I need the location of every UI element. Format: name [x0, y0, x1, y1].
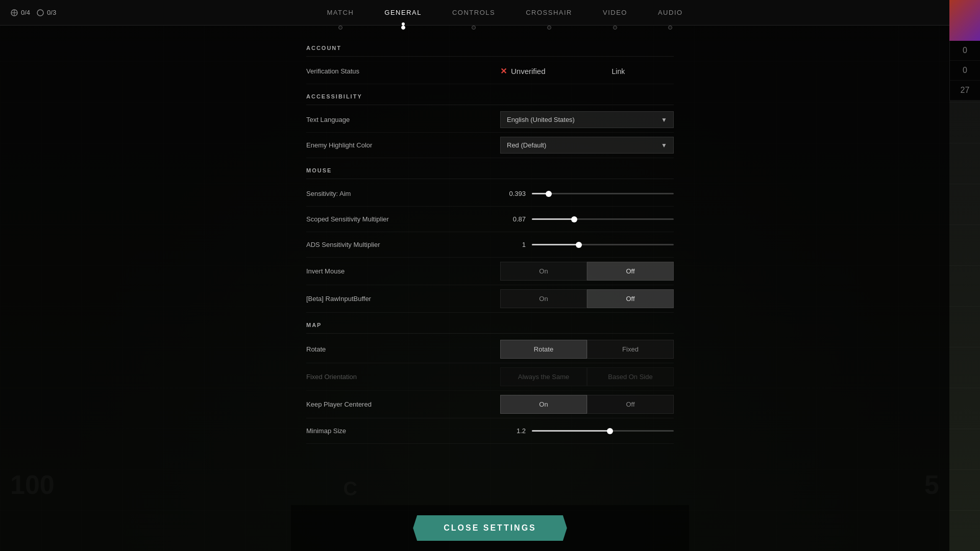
invert-mouse-row: Invert Mouse On Off — [306, 258, 674, 285]
fixed-orientation-label: Fixed Orientation — [306, 373, 500, 381]
scoped-sensitivity-handle[interactable] — [571, 216, 577, 222]
minimap-size-track[interactable] — [532, 430, 674, 432]
sensitivity-aim-row: Sensitivity: Aim 0.393 — [306, 181, 674, 207]
account-header: ACCOUNT — [306, 36, 674, 57]
rotate-row: Rotate Rotate Fixed — [306, 336, 674, 363]
spike-score-text: 0/4 — [21, 9, 30, 16]
mouse-header: MOUSE — [306, 158, 674, 179]
rotate-control: Rotate Fixed — [500, 340, 674, 359]
raw-input-on[interactable]: On — [500, 289, 587, 308]
raw-input-label: [Beta] RawInputBuffer — [306, 295, 500, 303]
map-header: MAP — [306, 313, 674, 334]
tab-audio[interactable]: AUDIO — [643, 0, 698, 26]
tab-crosshair[interactable]: CROSSHAIR — [510, 0, 587, 26]
enemy-highlight-label: Enemy Highlight Color — [306, 141, 500, 149]
minimap-size-control: 1.2 — [500, 427, 674, 435]
sensitivity-aim-track[interactable] — [532, 193, 674, 194]
side-score-2: 27 — [950, 81, 980, 101]
ads-sensitivity-track[interactable] — [532, 244, 674, 245]
rotate-rotate[interactable]: Rotate — [500, 340, 587, 359]
keep-centered-toggle: On Off — [500, 395, 674, 414]
ads-sensitivity-handle[interactable] — [576, 242, 582, 248]
keep-centered-label: Keep Player Centered — [306, 400, 500, 408]
text-language-row: Text Language English (United States) ▼ — [306, 107, 674, 133]
enemy-highlight-row: Enemy Highlight Color Red (Default) ▼ — [306, 133, 674, 158]
keep-centered-control: On Off — [500, 395, 674, 414]
dropdown-arrow-icon: ▼ — [661, 116, 667, 123]
dropdown-arrow-2-icon: ▼ — [661, 142, 667, 149]
rotate-label: Rotate — [306, 345, 500, 353]
minimap-size-row: Minimap Size 1.2 — [306, 418, 674, 444]
nav-tabs: MATCH GENERAL CONTROLS CROSSHAIR VIDEO A… — [56, 0, 953, 26]
scoped-sensitivity-control: 0.87 — [500, 215, 674, 223]
text-language-control[interactable]: English (United States) ▼ — [500, 111, 674, 128]
ads-sensitivity-row: ADS Sensitivity Multiplier 1 — [306, 232, 674, 258]
invert-mouse-off[interactable]: Off — [587, 262, 674, 281]
fixed-orientation-toggle: Always the Same Based On Side — [500, 367, 674, 386]
scoped-sensitivity-fill — [532, 218, 574, 220]
keep-centered-off[interactable]: Off — [587, 395, 674, 414]
sensitivity-aim-value: 0.393 — [500, 190, 526, 197]
unverified-text: Unverified — [511, 67, 546, 76]
shield-icon — [36, 9, 44, 17]
scoped-sensitivity-slider-container: 0.87 — [500, 215, 674, 223]
verification-label: Verification Status — [306, 67, 500, 75]
sensitivity-aim-handle[interactable] — [546, 191, 552, 197]
minimap-size-value: 1.2 — [500, 427, 526, 435]
enemy-highlight-control[interactable]: Red (Default) ▼ — [500, 137, 674, 154]
link-button[interactable]: Link — [607, 65, 630, 78]
invert-mouse-on[interactable]: On — [500, 262, 587, 281]
rotate-toggle: Rotate Fixed — [500, 340, 674, 359]
tab-general[interactable]: GENERAL — [369, 0, 437, 26]
ads-sensitivity-control: 1 — [500, 241, 674, 248]
text-language-label: Text Language — [306, 116, 500, 123]
svg-point-3 — [37, 10, 43, 16]
keep-centered-on[interactable]: On — [500, 395, 587, 414]
raw-input-toggle: On Off — [500, 289, 674, 308]
side-scores: 0 0 27 — [949, 41, 980, 101]
minimap-size-slider-container: 1.2 — [500, 427, 674, 435]
verification-row: Verification Status ✕ Unverified Link — [306, 59, 674, 84]
verification-control: ✕ Unverified Link — [500, 65, 674, 78]
invert-mouse-label: Invert Mouse — [306, 267, 500, 275]
verification-status: ✕ Unverified — [500, 66, 546, 76]
close-settings-button[interactable]: CLOSE SETTINGS — [413, 515, 567, 541]
side-score-0: 0 — [950, 41, 980, 61]
scoped-sensitivity-value: 0.87 — [500, 215, 526, 223]
shield-score: 0/3 — [36, 9, 56, 17]
nav-scores: 0/4 0/3 — [0, 9, 56, 17]
ads-sensitivity-fill — [532, 244, 579, 245]
raw-input-off[interactable]: Off — [587, 289, 674, 308]
ads-sensitivity-value: 1 — [500, 241, 526, 248]
side-score-1: 0 — [950, 61, 980, 81]
spike-icon — [10, 9, 18, 17]
top-navigation: 0/4 0/3 MATCH GENERAL CONTROLS CROSSHAIR… — [0, 0, 980, 26]
sensitivity-aim-control: 0.393 — [500, 190, 674, 197]
minimap-size-handle[interactable] — [607, 428, 613, 434]
raw-input-row: [Beta] RawInputBuffer On Off — [306, 285, 674, 313]
settings-scrollable[interactable]: ACCOUNT Verification Status ✕ Unverified… — [291, 26, 689, 505]
enemy-highlight-value: Red (Default) — [507, 141, 546, 149]
tab-match[interactable]: MATCH — [312, 0, 370, 26]
ads-sensitivity-slider-container: 1 — [500, 241, 674, 248]
avatar — [949, 0, 980, 41]
sensitivity-aim-slider-container: 0.393 — [500, 190, 674, 197]
minimap-size-fill — [532, 430, 610, 432]
sensitivity-aim-label: Sensitivity: Aim — [306, 190, 500, 197]
shield-score-text: 0/3 — [47, 9, 56, 16]
settings-panel: ACCOUNT Verification Status ✕ Unverified… — [291, 26, 689, 551]
tab-video[interactable]: VIDEO — [587, 0, 643, 26]
x-icon: ✕ — [500, 66, 507, 76]
fixed-orientation-side: Based On Side — [587, 367, 674, 386]
rotate-fixed[interactable]: Fixed — [587, 340, 674, 359]
scoped-sensitivity-label: Scoped Sensitivity Multiplier — [306, 215, 500, 223]
accessibility-header: ACCESSIBILITY — [306, 84, 674, 105]
enemy-highlight-dropdown[interactable]: Red (Default) ▼ — [500, 137, 674, 154]
scoped-sensitivity-track[interactable] — [532, 218, 674, 220]
tab-controls[interactable]: CONTROLS — [437, 0, 510, 26]
spike-score: 0/4 — [10, 9, 30, 17]
keep-centered-row: Keep Player Centered On Off — [306, 391, 674, 418]
close-settings-bar: CLOSE SETTINGS — [291, 505, 689, 551]
text-language-dropdown[interactable]: English (United States) ▼ — [500, 111, 674, 128]
fixed-orientation-control: Always the Same Based On Side — [500, 367, 674, 386]
